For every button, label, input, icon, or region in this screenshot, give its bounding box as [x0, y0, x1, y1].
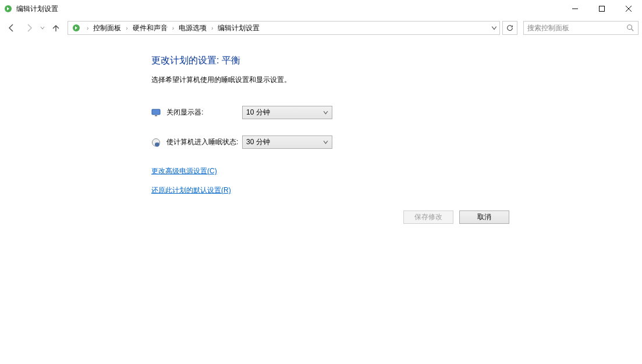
button-row: 保存修改 取消 — [151, 210, 509, 224]
close-button[interactable] — [615, 0, 642, 17]
chevron-right-icon: › — [126, 25, 127, 31]
sleep-select[interactable]: 30 分钟 — [242, 135, 332, 149]
select-value: 30 分钟 — [246, 137, 270, 147]
svg-rect-9 — [155, 115, 157, 116]
window-controls — [562, 0, 642, 17]
setting-label: 关闭显示器: — [166, 108, 242, 117]
chevron-down-icon — [323, 138, 328, 147]
select-value: 10 分钟 — [246, 108, 270, 117]
search-input[interactable] — [523, 21, 639, 35]
setting-label: 使计算机进入睡眠状态: — [166, 137, 242, 147]
monitor-icon — [151, 108, 161, 117]
sleep-icon — [151, 138, 161, 147]
power-plan-icon — [72, 23, 81, 33]
up-button[interactable] — [48, 20, 64, 36]
breadcrumb-item[interactable]: 编辑计划设置 — [217, 22, 261, 34]
chevron-right-icon: › — [172, 25, 174, 31]
breadcrumb-item[interactable]: 硬件和声音 — [132, 22, 169, 34]
svg-rect-8 — [152, 109, 160, 115]
refresh-button[interactable] — [502, 21, 517, 35]
back-button[interactable] — [3, 20, 20, 36]
address-bar[interactable]: › 控制面板 › 硬件和声音 › 电源选项 › 编辑计划设置 — [68, 21, 500, 35]
recent-dropdown[interactable] — [38, 20, 47, 36]
content-area: 更改计划的设置: 平衡 选择希望计算机使用的睡眠设置和显示设置。 关闭显示器: … — [0, 38, 642, 224]
page-title: 更改计划的设置: 平衡 — [151, 55, 642, 67]
svg-point-6 — [627, 25, 632, 30]
navbar: › 控制面板 › 硬件和声音 › 电源选项 › 编辑计划设置 — [0, 17, 642, 38]
svg-rect-2 — [600, 6, 605, 12]
setting-sleep: 使计算机进入睡眠状态: 30 分钟 — [151, 135, 642, 149]
search-icon — [626, 24, 634, 32]
window-title: 编辑计划设置 — [16, 4, 58, 14]
setting-display-off: 关闭显示器: 10 分钟 — [151, 106, 642, 119]
search-field[interactable] — [527, 24, 626, 32]
forward-button[interactable] — [21, 20, 37, 36]
save-button: 保存修改 — [403, 210, 453, 224]
chevron-right-icon: › — [211, 25, 213, 31]
titlebar: 编辑计划设置 — [0, 0, 642, 17]
app-icon — [3, 4, 13, 13]
minimize-button[interactable] — [562, 0, 588, 17]
breadcrumb-item[interactable]: 控制面板 — [92, 22, 122, 34]
maximize-button[interactable] — [588, 0, 615, 17]
chevron-down-icon — [323, 109, 328, 117]
chevron-right-icon: › — [87, 25, 88, 31]
display-off-select[interactable]: 10 分钟 — [242, 106, 332, 119]
page-description: 选择希望计算机使用的睡眠设置和显示设置。 — [151, 75, 642, 85]
cancel-button[interactable]: 取消 — [459, 210, 509, 224]
breadcrumb-item[interactable]: 电源选项 — [178, 22, 208, 34]
advanced-settings-link[interactable]: 更改高级电源设置(C) — [151, 166, 642, 176]
links-section: 更改高级电源设置(C) 还原此计划的默认设置(R) — [151, 166, 642, 195]
restore-defaults-link[interactable]: 还原此计划的默认设置(R) — [151, 185, 642, 195]
chevron-down-icon[interactable] — [491, 25, 497, 31]
svg-line-7 — [632, 29, 634, 31]
